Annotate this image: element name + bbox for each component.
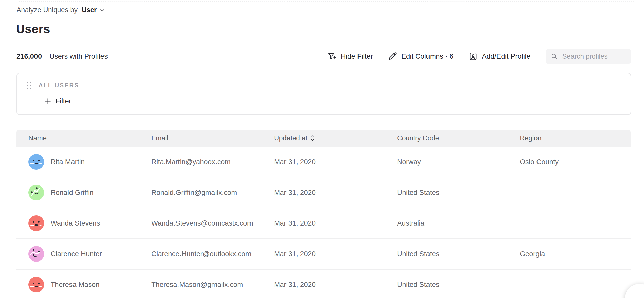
profile-card-icon	[469, 52, 478, 61]
search-icon	[551, 52, 558, 61]
sort-icon[interactable]	[310, 134, 315, 142]
drag-handle-icon[interactable]	[27, 82, 31, 89]
chevron-down-icon	[100, 7, 105, 13]
hide-filter-label: Hide Filter	[341, 52, 373, 60]
user-name: Theresa Mason	[51, 281, 100, 289]
users-page: Analyze Uniques by User Users 216,000 Us…	[0, 0, 644, 298]
avatar	[28, 246, 44, 262]
user-name: Rita Martin	[51, 158, 85, 166]
edit-columns-button[interactable]: Edit Columns · 6	[388, 52, 453, 61]
analyze-uniques-label: Analyze Uniques by	[17, 6, 78, 14]
table-row[interactable]: Theresa Mason Theresa.Mason@gmailx.com M…	[16, 270, 631, 298]
toolbar-buttons: Hide Filter Edit Columns · 6 Add/Edit Pr…	[327, 49, 631, 64]
edit-columns-label: Edit Columns · 6	[401, 52, 453, 60]
analyze-uniques-row: Analyze Uniques by User	[17, 6, 105, 14]
user-country-code: Norway	[385, 158, 508, 166]
name-cell: Wanda Stevens	[16, 215, 139, 231]
top-divider	[19, 1, 634, 2]
column-header-country-code[interactable]: Country Code	[385, 134, 508, 142]
profiles-count: 216,000 Users with Profiles	[16, 52, 108, 60]
plus-icon	[44, 97, 52, 105]
user-name: Ronald Griffin	[51, 189, 94, 197]
users-table: Name Email Updated at Country Code Regio…	[16, 130, 631, 298]
table-body: Rita Martin Rita.Martin@yahoox.com Mar 3…	[16, 147, 631, 298]
profiles-count-value: 216,000	[16, 52, 42, 60]
profiles-count-label: Users with Profiles	[49, 52, 108, 60]
user-email: Ronald.Griffin@gmailx.com	[139, 189, 262, 197]
add-edit-profile-button[interactable]: Add/Edit Profile	[469, 52, 530, 61]
avatar	[28, 215, 44, 231]
user-country-code: United States	[385, 189, 508, 197]
user-updated-at: Mar 31, 2020	[262, 250, 385, 258]
table-row[interactable]: Wanda Stevens Wanda.Stevens@comcastx.com…	[16, 208, 631, 239]
column-header-updated-at[interactable]: Updated at	[262, 134, 385, 142]
user-email: Clarence.Hunter@outlookx.com	[139, 250, 262, 258]
page-title: Users	[16, 22, 50, 36]
filter-funnel-icon	[327, 52, 336, 61]
table-row[interactable]: Rita Martin Rita.Martin@yahoox.com Mar 3…	[16, 147, 631, 177]
search-profiles-input[interactable]	[562, 53, 626, 60]
column-header-region[interactable]: Region	[508, 134, 631, 142]
hide-filter-button[interactable]: Hide Filter	[327, 52, 373, 61]
avatar	[28, 154, 44, 170]
toolbar: 216,000 Users with Profiles Hide Filter …	[16, 49, 631, 64]
search-profiles-box[interactable]	[546, 49, 631, 64]
avatar	[28, 185, 44, 200]
column-header-name[interactable]: Name	[16, 134, 139, 142]
user-name: Wanda Stevens	[51, 219, 100, 227]
table-header-row: Name Email Updated at Country Code Regio…	[16, 130, 631, 147]
user-region: Oslo County	[508, 158, 631, 166]
all-users-label: ALL USERS	[39, 82, 79, 89]
user-name: Clarence Hunter	[51, 250, 102, 258]
user-updated-at: Mar 31, 2020	[262, 281, 385, 289]
user-email: Wanda.Stevens@comcastx.com	[139, 219, 262, 227]
add-edit-profile-label: Add/Edit Profile	[482, 52, 530, 60]
filter-card-header: ALL USERS	[27, 82, 631, 89]
user-email: Rita.Martin@yahoox.com	[139, 158, 262, 166]
user-country-code: United States	[385, 250, 508, 258]
name-cell: Rita Martin	[16, 154, 139, 170]
column-header-email[interactable]: Email	[139, 134, 262, 142]
user-country-code: Australia	[385, 219, 508, 227]
add-filter-label: Filter	[56, 97, 71, 105]
user-updated-at: Mar 31, 2020	[262, 219, 385, 227]
user-country-code: United States	[385, 281, 508, 289]
name-cell: Clarence Hunter	[16, 246, 139, 262]
name-cell: Ronald Griffin	[16, 185, 139, 200]
analyze-by-value: User	[82, 6, 97, 14]
table-row[interactable]: Clarence Hunter Clarence.Hunter@outlookx…	[16, 239, 631, 270]
user-region: Georgia	[508, 250, 631, 258]
avatar	[28, 277, 44, 292]
table-row[interactable]: Ronald Griffin Ronald.Griffin@gmailx.com…	[16, 177, 631, 208]
user-updated-at: Mar 31, 2020	[262, 158, 385, 166]
pencil-icon	[388, 52, 397, 61]
analyze-by-dropdown[interactable]: User	[82, 6, 105, 14]
name-cell: Theresa Mason	[16, 277, 139, 292]
filter-card: ALL USERS Filter	[16, 73, 631, 115]
add-filter-button[interactable]: Filter	[44, 97, 71, 105]
user-updated-at: Mar 31, 2020	[262, 189, 385, 197]
user-email: Theresa.Mason@gmailx.com	[139, 281, 262, 289]
